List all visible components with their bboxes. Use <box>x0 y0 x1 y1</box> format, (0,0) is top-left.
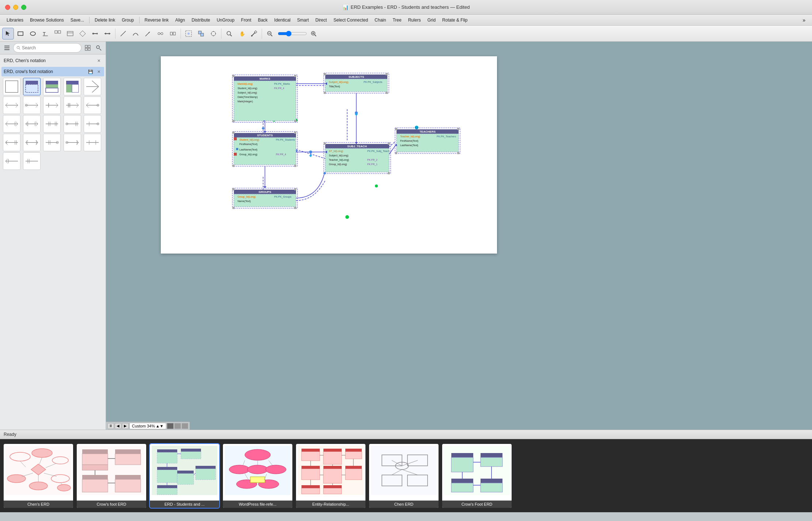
sidebar-search-btn[interactable] <box>94 43 103 53</box>
tool-eyedropper[interactable] <box>248 28 260 39</box>
tool-select[interactable] <box>2 28 14 39</box>
menu-grid[interactable]: Grid <box>424 16 439 24</box>
menu-save[interactable]: Save... <box>68 16 87 24</box>
menu-libraries[interactable]: Libraries <box>4 16 26 24</box>
menu-overflow[interactable]: » <box>800 16 808 24</box>
tool-shape1[interactable] <box>52 28 64 39</box>
canvas-area[interactable]: MARKS MarkId(Long) PK:PK_Marks Student_I… <box>106 42 812 430</box>
tool-conn1[interactable] <box>155 28 166 39</box>
menu-distribute[interactable]: Distribute <box>189 16 213 24</box>
tool-shape3[interactable] <box>77 28 88 39</box>
tool-select-area[interactable] <box>183 28 194 39</box>
menu-chain[interactable]: Chain <box>372 16 389 24</box>
library-crowsfoot-close[interactable]: ✕ <box>95 68 102 75</box>
thumbnail-wordpress-erd[interactable]: WordPress file-refe... <box>223 444 292 508</box>
page-tab-2[interactable] <box>174 423 181 429</box>
zoom-slider[interactable] <box>278 31 307 37</box>
thumbnail-crowsfoot-erd2[interactable]: Crow's Foot ERD <box>442 444 512 508</box>
menu-browse-solutions[interactable]: Browse Solutions <box>27 16 67 24</box>
menu-front[interactable]: Front <box>238 16 254 24</box>
shape-rel15[interactable] <box>84 134 101 151</box>
menu-delete-link[interactable]: Delete link <box>92 16 118 24</box>
menu-rulers[interactable]: Rulers <box>405 16 424 24</box>
menu-back[interactable]: Back <box>255 16 271 24</box>
svg-rect-281 <box>82 465 108 470</box>
shape-rel13[interactable] <box>43 134 61 151</box>
shape-rel17[interactable] <box>23 152 41 170</box>
page-tab-3[interactable] <box>182 423 188 429</box>
shape-rel3[interactable] <box>43 96 61 114</box>
shape-rel2[interactable] <box>23 96 41 114</box>
tool-move[interactable] <box>208 28 219 39</box>
tool-shape5[interactable] <box>102 28 113 39</box>
minimize-button[interactable] <box>13 5 18 10</box>
shape-rel11[interactable] <box>3 134 20 151</box>
menu-tree[interactable]: Tree <box>390 16 404 24</box>
shape-rel7[interactable] <box>23 115 41 133</box>
search-input[interactable] <box>22 45 78 50</box>
shape-entity2[interactable] <box>23 78 41 95</box>
zoom-display[interactable]: Custom 34% ▲▼ <box>129 423 166 429</box>
tool-conn2[interactable] <box>167 28 179 39</box>
tool-zoom-out[interactable] <box>264 28 276 39</box>
thumbnail-students-erd[interactable]: ERD - Students and ... <box>150 444 219 508</box>
menu-select-connected[interactable]: Select Connected <box>330 16 371 24</box>
shape-rel1[interactable] <box>3 96 20 114</box>
menu-direct[interactable]: Direct <box>312 16 330 24</box>
tool-rect[interactable] <box>15 28 26 39</box>
shape-rel8[interactable] <box>43 115 61 133</box>
menu-ungroup[interactable]: UnGroup <box>214 16 238 24</box>
menu-reverse-link[interactable]: Reverse link <box>142 16 172 24</box>
maximize-button[interactable] <box>21 5 26 10</box>
thumbnail-chens-erd[interactable]: Chen's ERD <box>4 444 73 508</box>
sidebar-grid-view[interactable] <box>83 43 92 53</box>
tool-hand[interactable]: ✋ <box>236 28 247 39</box>
shape-entity1[interactable] <box>3 78 20 95</box>
menu-identical[interactable]: Identical <box>271 16 293 24</box>
thumbnail-chen-erd[interactable]: Chen ERD <box>369 444 439 508</box>
menu-align[interactable]: Align <box>172 16 188 24</box>
shape-rel9[interactable] <box>64 115 81 133</box>
svg-rect-48 <box>4 49 10 50</box>
next-page-btn[interactable]: ▶ <box>122 423 129 429</box>
tool-select-shape[interactable] <box>195 28 207 39</box>
shape-rel12[interactable] <box>23 134 41 151</box>
tool-curve[interactable] <box>130 28 141 39</box>
shape-rel14[interactable] <box>64 134 81 151</box>
tool-shape2[interactable] <box>64 28 76 39</box>
library-chens-close[interactable]: ✕ <box>95 57 102 64</box>
pause-btn[interactable]: ⏸ <box>107 423 114 429</box>
sidebar-list-view[interactable] <box>2 43 12 53</box>
shape-rel5[interactable] <box>84 96 101 114</box>
menu-smart[interactable]: Smart <box>294 16 312 24</box>
svg-rect-303 <box>157 488 177 495</box>
tool-zoom-glass[interactable] <box>223 28 235 39</box>
library-crowsfoot-save[interactable]: 💾 <box>87 68 94 75</box>
tool-arrow[interactable] <box>142 28 154 39</box>
shape-entity5[interactable] <box>84 78 101 95</box>
shape-rel10[interactable] <box>84 115 101 133</box>
tool-text[interactable]: T <box>39 28 51 39</box>
shape-entity3[interactable] <box>43 78 61 95</box>
shape-rel6[interactable] <box>3 115 20 133</box>
svg-rect-284 <box>82 475 108 479</box>
page-tab-1[interactable] <box>167 423 174 429</box>
shape-rel16[interactable] <box>3 152 20 170</box>
library-chens-header[interactable]: ERD, Chen's notation ✕ <box>1 56 104 65</box>
search-box[interactable] <box>13 43 81 53</box>
erd-diagram[interactable]: MARKS MarkId(Long) PK:PK_Marks Student_I… <box>161 56 497 254</box>
shape-rel4[interactable] <box>64 96 81 114</box>
close-button[interactable] <box>5 5 10 10</box>
library-crowsfoot-header[interactable]: ERD, crow's foot notation 💾 ✕ <box>1 67 104 76</box>
tool-shape4[interactable] <box>89 28 101 39</box>
prev-page-btn[interactable]: ◀ <box>115 423 121 429</box>
thumbnail-entity-rel[interactable]: Entity-Relationship... <box>296 444 365 508</box>
shape-entity4[interactable] <box>64 78 81 95</box>
tool-line[interactable] <box>117 28 129 39</box>
menu-rotate-flip[interactable]: Rotate & Flip <box>439 16 470 24</box>
svg-rect-21 <box>170 32 172 35</box>
tool-zoom-in[interactable] <box>308 28 319 39</box>
menu-group[interactable]: Group <box>119 16 137 24</box>
tool-ellipse[interactable] <box>27 28 39 39</box>
thumbnail-crowsfoot-erd[interactable]: Crow's foot ERD <box>77 444 146 508</box>
